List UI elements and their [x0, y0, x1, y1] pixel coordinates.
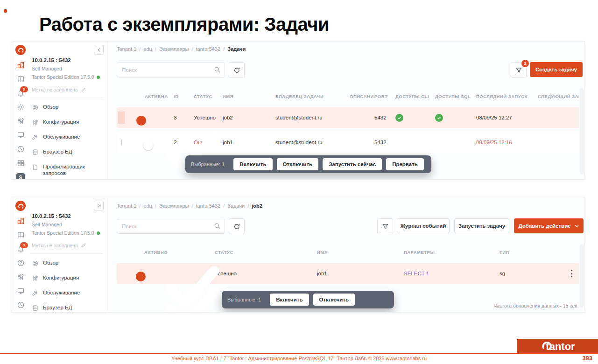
breadcrumb-instances[interactable]: Экземпляры: [152, 46, 189, 52]
scrollbar[interactable]: [580, 244, 584, 308]
events-log-button[interactable]: Журнал событий: [397, 218, 450, 233]
edition-status-icon: [97, 231, 100, 235]
edit-pencil-icon[interactable]: [81, 87, 86, 92]
sliders-icon: [32, 119, 39, 126]
refresh-button[interactable]: [229, 62, 245, 78]
notifications-bell-icon[interactable]: 3: [17, 89, 25, 97]
cli-access-ok-icon: [395, 114, 403, 122]
enable-button[interactable]: Включить: [270, 294, 309, 306]
sidebar-item-configuration[interactable]: Конфигурация: [32, 271, 103, 286]
chevron-down-icon: [574, 224, 579, 229]
history-clock-icon[interactable]: [17, 145, 25, 153]
row-menu-kebab-icon[interactable]: [570, 270, 572, 277]
footer-text: Учебный курс DBA1-17 "Tantor : Администр…: [0, 356, 598, 361]
search-input[interactable]: [117, 63, 225, 77]
pipelines-icon[interactable]: [17, 117, 25, 125]
disable-button[interactable]: Отключить: [277, 158, 319, 170]
breadcrumb-task: job2: [245, 203, 262, 209]
sidebar-item-db-browser[interactable]: Браузер БД: [32, 145, 103, 160]
document-icon: [32, 164, 39, 171]
notifications-badge: 3: [20, 242, 28, 248]
managed-label: Self Managed: [32, 222, 103, 227]
breadcrumb-instances[interactable]: Экземпляры: [152, 203, 189, 209]
monitor-icon[interactable]: [17, 131, 25, 139]
sidebar-collapse-button[interactable]: [94, 201, 104, 210]
add-action-button[interactable]: Добавить действие: [514, 218, 584, 233]
main-content: Tenant 1eduЭкземплярыtantor5432Задачиjob…: [107, 197, 584, 312]
table-header: АКТИВНО СТАТУС ИМЯ ПАРАМЕТРЫ ТИП: [117, 245, 579, 259]
edit-pencil-icon[interactable]: [81, 243, 86, 248]
instance-icon[interactable]: [17, 61, 25, 69]
run-task-button[interactable]: Запустить задачу: [454, 218, 509, 233]
tantor-app-logo-icon[interactable]: [15, 201, 26, 211]
refresh-icon: [233, 67, 240, 74]
s-badge[interactable]: S: [16, 173, 25, 180]
help-icon[interactable]: [17, 259, 25, 267]
settings-gear-icon[interactable]: [17, 103, 25, 111]
instance-icon[interactable]: [17, 217, 25, 225]
history-clock-icon[interactable]: [17, 301, 25, 309]
page-number: 393: [582, 355, 592, 362]
apps-grid-icon[interactable]: [17, 159, 25, 167]
sidebar-item-query-profiler[interactable]: Профилировщик запросов: [32, 160, 103, 180]
filter-badge: 2: [521, 59, 530, 68]
row-checkbox[interactable]: [121, 139, 122, 146]
tantor-logo-text: tantor: [546, 341, 575, 353]
selected-count-label: Выбранные: 1: [191, 161, 225, 167]
sidebar: 3 S 10.0.2.15 : 5432 Self Managed Tantor…: [12, 42, 107, 179]
icon-rail: 3 S: [12, 42, 29, 180]
breadcrumb-instance[interactable]: tantor5432: [189, 46, 221, 52]
filter-button[interactable]: [377, 218, 393, 234]
sidebar-item-overview[interactable]: Обзор: [32, 256, 103, 271]
breadcrumb-group[interactable]: edu: [136, 203, 152, 209]
slide-title: Работа с экземплярами: Задачи: [39, 14, 329, 35]
slide: Работа с экземплярами: Задачи 3 S 10.0.2…: [0, 0, 598, 364]
docs-icon[interactable]: [17, 231, 25, 239]
edition-label: Tantor Special Edition 17.5.0: [32, 74, 94, 80]
sidebar-item-maintenance[interactable]: Обслуживание: [32, 130, 103, 145]
search-box: [117, 219, 225, 234]
disable-button[interactable]: Отключить: [313, 294, 355, 306]
database-icon: [32, 305, 39, 312]
filter-button[interactable]: 2: [511, 62, 527, 78]
table-header: АКТИВНА ID СТАТУС ИМЯ ВЛАДЕЛЕЦ ЗАДАЧИ ОП…: [117, 89, 579, 103]
abort-button[interactable]: Прервать: [386, 158, 424, 170]
tantor-logo-block: tantor: [517, 339, 598, 353]
selected-count-label: Выбранные: 1: [227, 297, 261, 302]
enable-button[interactable]: Включить: [233, 158, 272, 170]
sidebar-item-overview[interactable]: Обзор: [32, 100, 103, 115]
params-cell: SELECT 1: [404, 271, 500, 276]
refresh-button[interactable]: [229, 218, 245, 234]
sidebar-collapse-button[interactable]: [94, 45, 104, 55]
breadcrumb-tenant[interactable]: Tenant 1: [117, 46, 136, 52]
scrollbar[interactable]: [580, 88, 584, 175]
screenshot-tasks-list: 3 S 10.0.2.15 : 5432 Self Managed Tantor…: [12, 41, 585, 180]
tantor-app-logo-icon[interactable]: [15, 45, 26, 55]
search-input[interactable]: [117, 219, 225, 233]
footer-divider: [0, 353, 598, 354]
refresh-icon: [233, 223, 240, 230]
sidebar-menu: Обзор Конфигурация Обслуживание Браузер …: [32, 100, 103, 180]
search-icon: [214, 223, 221, 230]
selection-action-bar: Выбранные: 1 Включить Отключить: [222, 291, 394, 308]
table-row[interactable]: 3 Успешно job2 student@student.ru 5432 0…: [117, 107, 579, 128]
breadcrumb-instance[interactable]: tantor5432: [189, 203, 221, 209]
breadcrumb-group[interactable]: edu: [136, 46, 152, 52]
breadcrumb-tenant[interactable]: Tenant 1: [117, 203, 136, 209]
notifications-bell-icon[interactable]: 3: [17, 245, 25, 253]
sidebar-item-maintenance[interactable]: Обслуживание: [32, 286, 103, 301]
sql-access-ok-icon: [435, 114, 443, 122]
sidebar-item-db-browser[interactable]: Браузер БД: [32, 301, 103, 313]
monitor-icon[interactable]: [17, 287, 25, 295]
managed-label: Self Managed: [32, 66, 103, 71]
breadcrumb-tasks[interactable]: Задачи: [220, 203, 245, 209]
sidebar-item-configuration[interactable]: Конфигурация: [32, 115, 103, 130]
breadcrumb: Tenant 1eduЭкземплярыtantor5432Задачи: [117, 46, 246, 52]
run-now-button[interactable]: Запустить сейчас: [323, 158, 382, 170]
docs-icon[interactable]: [17, 75, 25, 83]
create-task-button[interactable]: Создать задачу: [530, 62, 583, 77]
sidebar-info: 10.0.2.15 : 5432 Self Managed Tantor Spe…: [30, 197, 107, 313]
pipelines-icon[interactable]: [17, 273, 25, 281]
notifications-badge: 3: [20, 86, 28, 92]
tasks-table: АКТИВНА ID СТАТУС ИМЯ ВЛАДЕЛЕЦ ЗАДАЧИ ОП…: [117, 89, 579, 153]
